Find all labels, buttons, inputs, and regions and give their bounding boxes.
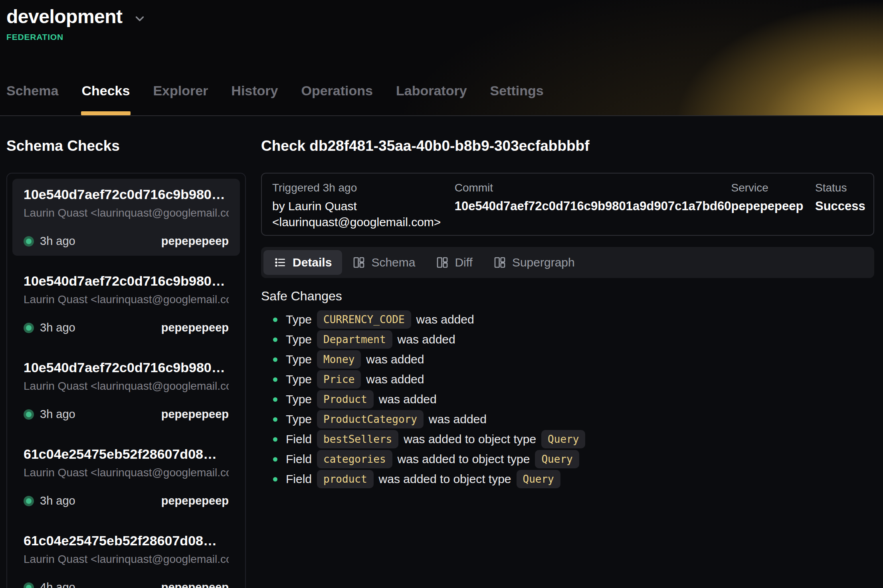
page-body: Schema Checks 10e540d7aef72c0d716c9b980…… (0, 116, 883, 587)
check-commit-title: 10e540d7aef72c0d716c9b980… (24, 359, 229, 376)
tab-schema[interactable]: Schema (6, 83, 58, 115)
tab-history[interactable]: History (231, 83, 278, 115)
check-meta: 3h ago pepepepeep (24, 408, 229, 421)
check-author: Laurin Quast <laurinquast@googlemail.co… (24, 292, 229, 307)
change-code: Query (517, 470, 560, 488)
check-service: pepepepeep (161, 581, 229, 588)
check-list-item[interactable]: 10e540d7aef72c0d716c9b980… Laurin Quast … (12, 179, 240, 256)
change-prefix: Type (286, 412, 312, 426)
bullet-icon (273, 477, 277, 481)
change-suffix: was added to object type (404, 432, 536, 446)
check-meta: 3h ago pepepepeep (24, 494, 229, 507)
columns-icon (352, 256, 365, 269)
change-suffix: was added (366, 373, 424, 386)
change-prefix: Field (286, 452, 312, 466)
meta-triggered: Triggered 3h ago by Laurin Quast <laurin… (272, 182, 455, 230)
check-list-item[interactable]: 61c04e25475eb52f28607d08… Laurin Quast <… (12, 525, 240, 588)
view-tab-label: Schema (371, 256, 415, 269)
check-author: Laurin Quast <laurinquast@googlemail.co… (24, 379, 229, 393)
change-row: Type ProductCategory was added (261, 410, 874, 429)
check-commit-title: 61c04e25475eb52f28607d08… (24, 532, 229, 549)
bullet-icon (273, 377, 277, 382)
change-suffix: was added (429, 412, 487, 426)
check-meta: 4h ago pepepepeep (24, 581, 229, 588)
check-service: pepepepeep (161, 321, 229, 334)
schema-checks-sidebar: Schema Checks 10e540d7aef72c0d716c9b980…… (6, 116, 246, 587)
meta-status: Status Success (815, 182, 863, 230)
check-list-item[interactable]: 10e540d7aef72c0d716c9b980… Laurin Quast … (12, 265, 240, 342)
triggered-label: Triggered 3h ago (272, 182, 455, 194)
check-commit-title: 10e540d7aef72c0d716c9b980… (24, 186, 229, 203)
view-tab-diff[interactable]: Diff (426, 250, 483, 275)
chevron-down-icon[interactable] (133, 12, 147, 26)
page-header: development FEDERATION Schema Checks Exp… (0, 0, 883, 116)
tab-checks[interactable]: Checks (81, 83, 130, 115)
tab-laboratory[interactable]: Laboratory (396, 83, 467, 115)
change-code: categories (317, 450, 392, 468)
check-time: 3h ago (40, 321, 75, 334)
change-code: Price (317, 370, 361, 389)
bullet-icon (273, 337, 277, 342)
change-suffix: was added to object type (398, 452, 530, 466)
tab-explorer[interactable]: Explorer (153, 83, 208, 115)
change-row: Field bestSellers was added to object ty… (261, 430, 874, 449)
check-list-item[interactable]: 61c04e25475eb52f28607d08… Laurin Quast <… (12, 438, 240, 515)
change-prefix: Type (286, 353, 312, 366)
check-time: 3h ago (40, 235, 75, 248)
columns-icon (436, 256, 449, 269)
check-view-tabs: Details Schema Diff Supergraph (261, 247, 874, 278)
check-meta: 3h ago pepepepeep (24, 235, 229, 248)
check-author: Laurin Quast <laurinquast@googlemail.co… (24, 466, 229, 480)
view-tab-label: Supergraph (512, 256, 575, 269)
check-time: 3h ago (40, 408, 75, 421)
check-meta: 3h ago pepepepeep (24, 321, 229, 334)
bullet-icon (273, 417, 277, 422)
bullet-icon (273, 318, 277, 322)
change-code: Product (317, 390, 374, 408)
change-code: CURRENCY_CODE (317, 310, 411, 329)
status-value: Success (815, 198, 863, 214)
change-row: Type Department was added (261, 330, 874, 349)
change-code: Query (535, 450, 579, 468)
change-suffix: was added (398, 333, 455, 346)
triggered-email: <laurinquast@googlemail.com> (272, 214, 455, 230)
change-code: product (317, 470, 374, 488)
checks-list[interactable]: 10e540d7aef72c0d716c9b980… Laurin Quast … (6, 173, 246, 588)
bullet-icon (273, 397, 277, 402)
change-prefix: Type (286, 373, 312, 386)
tab-settings[interactable]: Settings (490, 83, 544, 115)
commit-hash: 10e540d7aef72c0d716c9b9801a9d907c1a7bd60 (455, 198, 731, 214)
change-row: Type Price was added (261, 370, 874, 389)
meta-commit: Commit 10e540d7aef72c0d716c9b9801a9d907c… (455, 182, 731, 230)
service-name: pepepepeep (731, 198, 815, 214)
change-code: Department (317, 330, 392, 349)
check-service: pepepepeep (161, 494, 229, 507)
list-icon (274, 256, 287, 269)
view-tab-label: Details (293, 256, 332, 269)
triggered-by: by Laurin Quast (272, 198, 455, 214)
change-suffix: was added (416, 313, 474, 326)
check-service: pepepepeep (161, 408, 229, 421)
tab-operations[interactable]: Operations (301, 83, 372, 115)
view-tab-details[interactable]: Details (263, 250, 342, 275)
check-detail-panel: Check db28f481-35aa-40b0-b8b9-303ecfabbb… (261, 116, 874, 587)
check-time: 4h ago (40, 581, 75, 588)
status-success-dot-icon (24, 323, 34, 333)
check-service: pepepepeep (161, 235, 229, 248)
check-author: Laurin Quast <laurinquast@googlemail.co… (24, 552, 229, 566)
meta-service: Service pepepepeep (731, 182, 815, 230)
check-list-item[interactable]: 10e540d7aef72c0d716c9b980… Laurin Quast … (12, 352, 240, 429)
change-row: Field categories was added to object typ… (261, 450, 874, 469)
check-author: Laurin Quast <laurinquast@googlemail.co… (24, 206, 229, 220)
view-tab-label: Diff (455, 256, 472, 269)
change-prefix: Type (286, 393, 312, 406)
change-row: Type Product was added (261, 390, 874, 409)
change-prefix: Type (286, 333, 312, 346)
check-meta-box: Triggered 3h ago by Laurin Quast <laurin… (261, 173, 874, 236)
view-tab-supergraph[interactable]: Supergraph (483, 250, 585, 275)
view-tab-schema[interactable]: Schema (342, 250, 426, 275)
bullet-icon (273, 457, 277, 462)
change-row: Type Money was added (261, 350, 874, 369)
status-success-dot-icon (24, 236, 34, 247)
change-suffix: was added to object type (379, 472, 511, 486)
